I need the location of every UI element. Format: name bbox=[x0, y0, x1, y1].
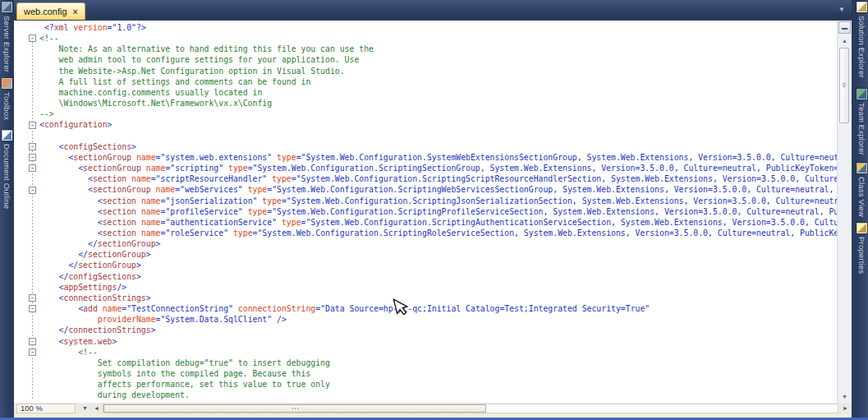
code-line: <section name="jsonSerialization" type="… bbox=[39, 196, 837, 206]
scroll-right-icon[interactable]: ► bbox=[840, 404, 851, 413]
code-line: </sectionGroup> bbox=[39, 238, 837, 249]
code-line: <!-- bbox=[39, 33, 837, 44]
code-line: <section name="roleService" type="System… bbox=[39, 228, 837, 238]
sidebar-item-solution-explorer[interactable]: Solution Explorer bbox=[855, 2, 868, 78]
sidebar-item-team-explorer[interactable]: Team Explorer bbox=[855, 89, 868, 155]
code-line: <section name="profileService" type="Sys… bbox=[39, 206, 837, 217]
scroll-down-icon[interactable]: ▼ bbox=[838, 391, 852, 402]
horizontal-scroll-thumb[interactable] bbox=[103, 404, 486, 413]
tab-label: web.config bbox=[24, 7, 67, 16]
code-line: \Windows\Microsoft.Net\Framework\vx.x\Co… bbox=[39, 98, 837, 108]
code-line: <sectionGroup name="system.web.extension… bbox=[39, 152, 837, 163]
vertical-scroll-thumb[interactable] bbox=[839, 48, 849, 123]
code-line: --> bbox=[39, 108, 837, 119]
sidebar-item-properties[interactable]: Properties bbox=[855, 223, 868, 274]
zoom-level-select[interactable]: 100 % bbox=[16, 404, 76, 413]
zoom-dropdown-icon[interactable]: ▼ bbox=[80, 404, 90, 413]
code-line: <?xml version="1.0"?> bbox=[39, 22, 837, 33]
fold-guide-line bbox=[32, 35, 33, 400]
sidebar-item-server-explorer[interactable]: Server Explorer bbox=[0, 2, 13, 72]
code-line bbox=[39, 131, 837, 141]
document-outline-icon bbox=[2, 130, 12, 141]
fold-toggle-icon[interactable]: - bbox=[29, 187, 36, 194]
code-line: <configSections> bbox=[39, 141, 837, 152]
fold-toggle-icon[interactable]: - bbox=[29, 35, 36, 42]
code-line: symbols into the compiled page. Because … bbox=[39, 368, 837, 379]
tab-overflow-icon[interactable]: ▼ bbox=[838, 7, 845, 13]
sidebar-item-label: Server Explorer bbox=[2, 16, 11, 72]
fold-toggle-icon[interactable]: - bbox=[29, 305, 36, 312]
fold-toggle-icon[interactable]: - bbox=[29, 164, 36, 172]
sidebar-item-label: Class View bbox=[857, 177, 866, 217]
solution-explorer-icon bbox=[857, 2, 867, 12]
sidebar-item-label: Solution Explorer bbox=[857, 16, 866, 78]
code-line: <section name="scriptResourceHandler" ty… bbox=[39, 173, 837, 184]
code-line: <sectionGroup name="scripting" type="Sys… bbox=[39, 163, 837, 173]
fold-toggle-icon[interactable]: - bbox=[29, 143, 36, 150]
code-line: </connectionStrings> bbox=[39, 325, 837, 335]
scroll-left-icon[interactable]: ◄ bbox=[91, 404, 102, 413]
splitter-handle[interactable]: ▬ bbox=[838, 21, 851, 34]
code-line: <!-- bbox=[39, 347, 837, 358]
code-line: during development. bbox=[39, 390, 837, 400]
code-line: <sectionGroup name="webServices" type="S… bbox=[39, 184, 837, 195]
code-line: <appSettings/> bbox=[39, 282, 837, 293]
team-explorer-icon bbox=[857, 89, 867, 99]
class-view-icon bbox=[857, 163, 867, 173]
scroll-up-icon[interactable]: ▲ bbox=[838, 35, 852, 46]
code-line: web admin tool to configure settings for… bbox=[39, 54, 837, 65]
ide-window: web.config × ▼ Server ExplorerToolboxDoc… bbox=[0, 0, 868, 420]
fold-toggle-icon[interactable]: - bbox=[29, 154, 36, 161]
code-line: machine.config.comments usually located … bbox=[39, 87, 837, 98]
horizontal-scrollbar[interactable] bbox=[103, 404, 838, 413]
left-tool-strip: Server ExplorerToolboxDocument Outline bbox=[0, 0, 14, 420]
code-line: <add name="TestConnectionString" connect… bbox=[39, 303, 837, 314]
fold-toggle-icon[interactable]: - bbox=[29, 338, 36, 345]
code-line: <system.web> bbox=[39, 336, 837, 347]
code-line: Set compilation debug="true" to insert d… bbox=[39, 358, 837, 368]
code-line: Note: As an alternative to hand editing … bbox=[39, 44, 837, 54]
right-tool-strip: Solution ExplorerTeam ExplorerClass View… bbox=[852, 0, 868, 420]
sidebar-item-class-view[interactable]: Class View bbox=[855, 163, 868, 217]
code-line: <connectionStrings> bbox=[39, 293, 837, 303]
fold-toggle-icon[interactable]: - bbox=[29, 294, 36, 302]
sidebar-item-toolbox[interactable]: Toolbox bbox=[0, 78, 13, 120]
sidebar-item-document-outline[interactable]: Document Outline bbox=[0, 130, 13, 209]
code-lines: <?xml version="1.0"?><!-- Note: As an al… bbox=[39, 22, 837, 400]
sidebar-item-label: Properties bbox=[857, 237, 866, 274]
code-editor[interactable]: <?xml version="1.0"?><!-- Note: As an al… bbox=[14, 21, 837, 403]
code-line: </sectionGroup> bbox=[39, 249, 837, 260]
code-line: <configuration> bbox=[39, 119, 837, 130]
code-line: providerName="System.Data.SqlClient" /> bbox=[39, 314, 837, 325]
toolbox-icon bbox=[2, 78, 12, 89]
tab-web-config[interactable]: web.config × bbox=[16, 2, 85, 20]
properties-icon bbox=[857, 223, 867, 233]
code-line: affects performance, set this value to t… bbox=[39, 379, 837, 390]
code-line: A full list of settings and comments can… bbox=[39, 76, 837, 87]
sidebar-item-label: Team Explorer bbox=[857, 103, 866, 155]
server-explorer-icon bbox=[2, 2, 12, 12]
sidebar-item-label: Document Outline bbox=[2, 144, 11, 209]
fold-toggle-icon[interactable]: - bbox=[29, 122, 36, 129]
code-line: </configSections> bbox=[39, 271, 837, 282]
code-line: <section name="authenticationService" ty… bbox=[39, 217, 837, 228]
code-line: the Website->Asp.Net Configuration optio… bbox=[39, 66, 837, 76]
vertical-scrollbar[interactable]: ▬ ▲ ▼ bbox=[837, 21, 852, 403]
fold-toggle-icon[interactable]: - bbox=[29, 348, 36, 356]
editor-bottom-bar: 100 % ▼ ◄ ► bbox=[14, 403, 852, 414]
close-icon[interactable]: × bbox=[73, 7, 78, 16]
code-line: </sectionGroup> bbox=[39, 260, 837, 270]
sidebar-item-label: Toolbox bbox=[2, 92, 11, 120]
document-tab-strip: web.config × ▼ bbox=[14, 0, 852, 21]
